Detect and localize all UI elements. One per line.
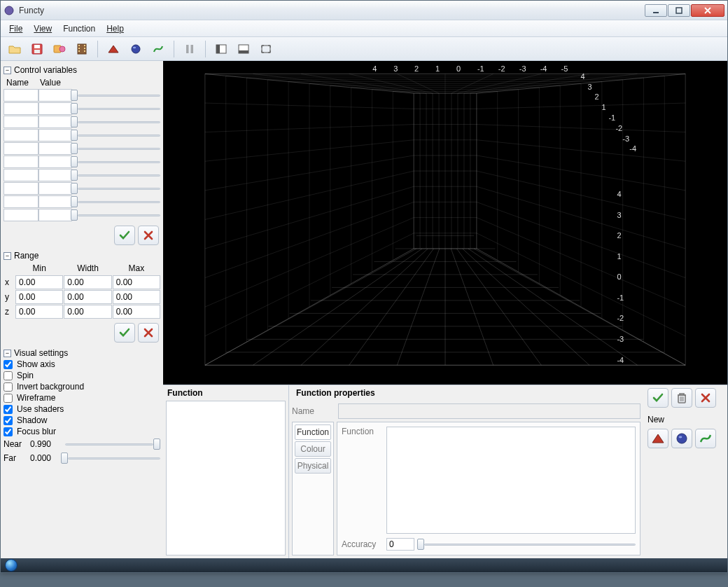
visual-checkbox[interactable]: [4, 371, 13, 380]
range-z-width[interactable]: [64, 305, 111, 319]
pause-button[interactable]: [180, 40, 200, 58]
visual-check-label: Use shaders: [17, 404, 64, 414]
props-apply-button[interactable]: [648, 388, 668, 408]
control-name-input[interactable]: [4, 156, 38, 168]
control-slider[interactable]: [75, 89, 160, 102]
control-name-input[interactable]: [4, 102, 38, 115]
svg-text:-3: -3: [519, 64, 526, 73]
export-button[interactable]: [50, 40, 69, 58]
control-cancel-button[interactable]: [138, 226, 159, 245]
cartesian-button[interactable]: [104, 40, 123, 58]
visual-checkbox[interactable]: [4, 405, 13, 414]
minimize-button[interactable]: [645, 4, 667, 17]
svg-line-34: [468, 249, 638, 365]
control-slider[interactable]: [75, 142, 160, 155]
svg-rect-2: [676, 8, 682, 13]
menu-help[interactable]: Help: [101, 22, 130, 36]
tab-function[interactable]: Function: [295, 424, 331, 440]
control-name-input[interactable]: [4, 116, 38, 128]
visual-checkbox[interactable]: [4, 427, 13, 436]
panel-bottom-button[interactable]: [234, 40, 253, 58]
tab-physical[interactable]: Physical: [295, 458, 331, 474]
function-list[interactable]: [166, 401, 286, 555]
menu-function[interactable]: Function: [57, 22, 101, 36]
control-slider[interactable]: [75, 116, 160, 128]
control-value-input[interactable]: [38, 209, 72, 221]
control-slider[interactable]: [75, 209, 160, 221]
control-slider[interactable]: [75, 195, 160, 208]
range-header[interactable]: − Range: [4, 251, 160, 261]
tabs-column: Function Colour Physical: [292, 422, 334, 555]
svg-line-32: [456, 249, 541, 365]
control-name-input[interactable]: [4, 129, 38, 141]
close-button[interactable]: [691, 4, 724, 17]
control-value-input[interactable]: [38, 102, 72, 115]
svg-text:-2: -2: [498, 64, 505, 73]
far-slider[interactable]: [65, 452, 160, 464]
control-value-input[interactable]: [38, 116, 72, 128]
visual-checkbox[interactable]: [4, 382, 13, 392]
range-z-min[interactable]: [15, 305, 63, 319]
range-apply-button[interactable]: [114, 323, 135, 343]
control-name-input[interactable]: [4, 182, 38, 195]
range-z-max[interactable]: [113, 305, 160, 319]
save-button[interactable]: [27, 40, 47, 58]
control-name-input[interactable]: [4, 209, 38, 221]
new-curve-button[interactable]: [695, 429, 716, 448]
new-cartesian-button[interactable]: [648, 429, 668, 448]
start-orb-icon[interactable]: [5, 559, 18, 572]
range-y-min[interactable]: [15, 290, 63, 304]
visual-header[interactable]: − Visual settings: [4, 348, 160, 358]
near-slider[interactable]: [65, 438, 160, 450]
function-expression-input[interactable]: [386, 427, 636, 534]
control-value-input[interactable]: [38, 129, 72, 141]
control-variables-header[interactable]: − Control variables: [4, 65, 160, 75]
range-x-min[interactable]: [15, 275, 63, 289]
svg-point-17: [133, 46, 136, 48]
control-name-input[interactable]: [4, 89, 38, 102]
menu-view[interactable]: View: [28, 22, 57, 36]
range-y-width[interactable]: [64, 290, 111, 304]
open-folder-button[interactable]: [5, 40, 24, 58]
control-name-input[interactable]: [4, 195, 38, 208]
control-slider[interactable]: [75, 182, 160, 195]
control-slider[interactable]: [75, 169, 160, 181]
menu-file[interactable]: File: [4, 22, 28, 36]
control-slider[interactable]: [75, 129, 160, 141]
accuracy-input[interactable]: [386, 538, 414, 551]
props-cancel-button[interactable]: [695, 388, 716, 408]
fullscreen-button[interactable]: [256, 40, 276, 58]
control-value-input[interactable]: [38, 89, 72, 102]
control-value-input[interactable]: [38, 142, 72, 155]
sphere-button[interactable]: [126, 40, 146, 58]
visual-checkbox[interactable]: [4, 360, 13, 369]
control-name-input[interactable]: [4, 169, 38, 181]
control-slider[interactable]: [75, 156, 160, 168]
new-sphere-button[interactable]: [671, 429, 692, 448]
svg-text:-2: -2: [615, 124, 622, 132]
toolbar-separator: [97, 41, 98, 57]
visual-checkbox[interactable]: [4, 394, 13, 403]
control-value-input[interactable]: [38, 182, 72, 195]
control-value-input[interactable]: [38, 195, 72, 208]
range-x-max[interactable]: [113, 275, 160, 289]
3d-viewport[interactable]: 43210-1-2-3-4-54321-1-2-3-443210-1-2-3-4: [163, 61, 727, 385]
range-cancel-button[interactable]: [138, 323, 159, 343]
control-row: [4, 156, 160, 168]
control-name-input[interactable]: [4, 142, 38, 155]
props-delete-button[interactable]: [671, 388, 692, 408]
accuracy-slider[interactable]: [421, 538, 636, 551]
visual-checkbox[interactable]: [4, 416, 13, 425]
function-name-input[interactable]: [338, 403, 640, 419]
range-x-width[interactable]: [64, 275, 111, 289]
control-value-input[interactable]: [38, 156, 72, 168]
tab-colour[interactable]: Colour: [295, 441, 331, 457]
control-value-input[interactable]: [38, 169, 72, 181]
curve-button[interactable]: [148, 40, 168, 58]
control-slider[interactable]: [75, 102, 160, 115]
control-apply-button[interactable]: [114, 226, 135, 245]
range-y-max[interactable]: [113, 290, 160, 304]
film-button[interactable]: [72, 40, 92, 58]
maximize-button[interactable]: [668, 4, 690, 17]
panel-left-button[interactable]: [211, 40, 231, 58]
